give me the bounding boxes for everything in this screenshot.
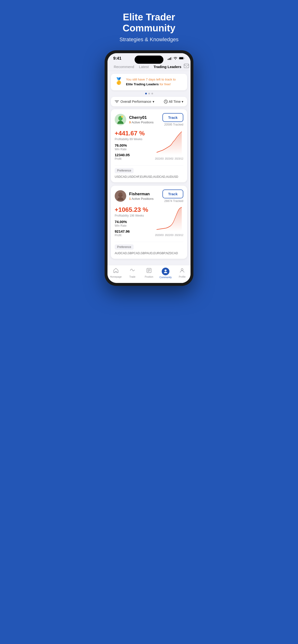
home-icon — [113, 268, 119, 275]
dot-indicators — [111, 93, 187, 94]
promo-text: You still have 7 days left to track to E… — [126, 77, 183, 87]
trader-info-1: Cherry01 9 Active Positions — [115, 114, 154, 125]
chart-area-cherry01: 2022/03 2023/02 2023/12 — [155, 130, 183, 162]
preference-row-fisherman: Preference AUDCAD,GBPCAD,GBPAUD,EURGBP,N… — [115, 242, 183, 255]
svg-rect-2 — [184, 64, 189, 68]
performance-label: Overall Performance — [120, 100, 151, 104]
nav-label-community: Community — [160, 276, 172, 279]
win-rate-label-cherry01: Win Rate — [115, 148, 153, 151]
svg-point-5 — [121, 116, 123, 118]
time-label: All Time — [169, 100, 181, 104]
nav-label-trade: Trade — [129, 276, 135, 278]
filter-bar: Overall Performance ▾ All Time ▾ — [111, 97, 187, 106]
profit-label-fisherman: Profit — [115, 234, 153, 237]
pairs-cherry01: USDCAD,USDCHF,EURUSD,AUDCAD,AUDUSD — [115, 175, 178, 178]
hero-title: Elite TraderCommunity — [105, 12, 193, 34]
preference-badge-fisherman: Preference — [115, 244, 134, 250]
nav-item-position[interactable]: Position — [142, 268, 156, 279]
tracked-count-fisherman: 28874 Tracked — [164, 199, 183, 203]
wifi-icon — [174, 56, 177, 60]
nav-label-position: Position — [145, 276, 153, 278]
trader-stats-row-2: +1065.23 % Profitability 196 Weeks 74.00… — [115, 206, 183, 239]
profit-label-cherry01: Profit — [115, 157, 153, 160]
status-icons — [168, 56, 185, 60]
promo-text-end: for free! — [159, 82, 171, 86]
trader-avatar-fisherman — [115, 190, 126, 202]
trader-info-2: Fisherman 1 Active Positions — [115, 190, 154, 202]
profitability-cherry01: Profitability 89 Weeks — [115, 138, 153, 141]
promo-icon: 🥇 — [115, 77, 123, 85]
chart-svg-fisherman — [155, 206, 183, 232]
trader-card-cherry01: Cherry01 9 Active Positions Track 20595 … — [111, 109, 187, 182]
chart-labels-cherry01: 2022/03 2023/02 2023/12 — [155, 158, 183, 160]
promo-banner: 🥇 You still have 7 days left to track to… — [111, 74, 187, 90]
chart-labels-fisherman: 2020/03 2022/03 2023/12 — [155, 234, 183, 236]
dynamic-island — [135, 56, 163, 64]
win-rate-label-fisherman: Win Rate — [115, 224, 153, 227]
dot-1 — [145, 93, 147, 94]
profit-value-cherry01: 12340.05 — [115, 153, 153, 157]
tracked-count-cherry01: 20595 Tracked — [164, 123, 183, 126]
track-button-cherry01[interactable]: Track — [163, 113, 183, 122]
nav-label-profile: Profile — [179, 276, 186, 278]
clock-icon — [164, 100, 168, 104]
tab-recommend[interactable]: Recommend — [111, 64, 136, 70]
status-time: 9:41 — [113, 56, 121, 61]
trade-icon — [129, 268, 135, 275]
hero-section: Elite TraderCommunity Strategies & Knowl… — [99, 0, 199, 50]
profit-value-fisherman: 92147.96 — [115, 229, 153, 233]
preference-row-cherry01: Preference USDCAD,USDCHF,EURUSD,AUDCAD,A… — [115, 165, 183, 178]
trader-header-1: Cherry01 9 Active Positions Track 20595 … — [115, 113, 183, 126]
community-icon — [162, 268, 169, 275]
pairs-fisherman: AUDCAD,GBPCAD,GBPAUD,EURGBP,NZDCAD — [115, 252, 178, 255]
position-icon — [146, 268, 152, 275]
phone-inner: 9:41 — [107, 53, 191, 283]
status-bar: 9:41 — [107, 53, 191, 62]
time-chevron: ▾ — [182, 100, 183, 104]
trader-name-cherry01: Cherry01 — [129, 115, 154, 120]
mail-icon[interactable] — [184, 64, 189, 70]
performance-chevron: ▾ — [153, 100, 154, 104]
nav-item-homepage[interactable]: Homepage — [109, 268, 123, 279]
signal-bars-icon — [168, 57, 172, 60]
tab-trading-leaders[interactable]: Trading Leaders — [151, 64, 184, 70]
tab-latest[interactable]: Latest — [136, 64, 151, 70]
track-button-fisherman[interactable]: Track — [163, 190, 183, 198]
chart-area-fisherman: 2020/03 2022/03 2023/12 — [155, 206, 183, 239]
chart-svg-cherry01 — [155, 130, 183, 156]
nav-item-trade[interactable]: Trade — [125, 268, 140, 279]
phone-container: 9:41 — [105, 50, 193, 286]
phone-content: 🥇 You still have 7 days left to track to… — [107, 71, 191, 265]
trader-header-2: Fisherman 1 Active Positions Track 28874… — [115, 190, 183, 203]
sort-icon — [115, 100, 119, 104]
track-btn-area-2: Track 28874 Tracked — [163, 190, 183, 203]
trader-card-fisherman: Fisherman 1 Active Positions Track 28874… — [111, 186, 187, 259]
nav-label-homepage: Homepage — [110, 276, 122, 278]
trader-name-fisherman: Fisherman — [129, 192, 154, 196]
dot-2 — [148, 93, 150, 94]
bottom-nav: Homepage Trade — [107, 265, 191, 283]
filter-performance[interactable]: Overall Performance ▾ — [115, 100, 154, 104]
win-rate-value-fisherman: 74.00% — [115, 220, 153, 224]
svg-rect-1 — [179, 57, 183, 59]
trader-positions-cherry01: 9 Active Positions — [129, 120, 154, 124]
dot-3 — [152, 93, 153, 94]
track-btn-area-1: Track 20595 Tracked — [163, 113, 183, 126]
nav-item-community[interactable]: Community — [158, 268, 173, 279]
trader-positions-fisherman: 1 Active Positions — [129, 197, 154, 200]
svg-point-8 — [181, 268, 183, 270]
hero-subtitle: Strategies & Knowledges — [105, 36, 193, 43]
profitability-fisherman: Profitability 196 Weeks — [115, 214, 153, 217]
profit-pct-fisherman: +1065.23 % — [115, 206, 153, 214]
filter-time[interactable]: All Time ▾ — [164, 100, 183, 104]
promo-text-highlight: You still have 7 days left to track to — [126, 78, 176, 81]
win-rate-value-cherry01: 76.00% — [115, 143, 153, 147]
page-wrapper: Elite TraderCommunity Strategies & Knowl… — [99, 0, 199, 290]
trader-stats-left-1: +441.67 % Profitability 89 Weeks 76.00% … — [115, 130, 153, 162]
profit-pct-cherry01: +441.67 % — [115, 130, 153, 137]
promo-text-brand: Elite Trading Leaders — [126, 82, 159, 86]
trader-stats-row-1: +441.67 % Profitability 89 Weeks 76.00% … — [115, 130, 183, 162]
preference-badge-cherry01: Preference — [115, 168, 134, 173]
nav-item-profile[interactable]: Profile — [175, 268, 189, 279]
trader-stats-left-2: +1065.23 % Profitability 196 Weeks 74.00… — [115, 206, 153, 239]
